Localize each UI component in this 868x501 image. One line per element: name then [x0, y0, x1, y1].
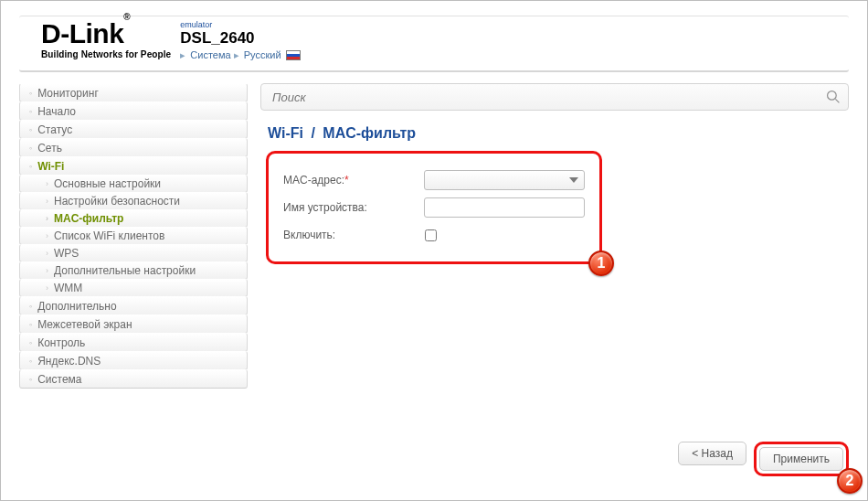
- header: D-Link® Building Networks for People emu…: [19, 16, 849, 72]
- device-block: emulator DSL_2640 ▸ Система ▸ Русский: [180, 18, 300, 61]
- sidebar-subitem-basic[interactable]: ›Основные настройки: [19, 175, 248, 193]
- sidebar-item-system[interactable]: ◦Система: [19, 369, 248, 389]
- page-title: Wi-Fi / MAC-фильтр: [268, 125, 849, 142]
- sidebar-item-label: Список WiFi клиентов: [54, 229, 164, 242]
- sidebar-item-control[interactable]: ◦Контроль: [19, 333, 248, 352]
- brand-tagline: Building Networks for People: [41, 49, 171, 59]
- mac-address-label: MAC-адрес:*: [283, 174, 424, 187]
- breadcrumb-language[interactable]: Русский: [244, 49, 281, 60]
- brand-logo: D-Link® Building Networks for People: [41, 18, 171, 59]
- page-title-page: MAC-фильтр: [323, 125, 416, 141]
- sidebar-item-monitoring[interactable]: ◦Мониторинг: [19, 83, 248, 102]
- sidebar-item-label: Начало: [37, 105, 76, 118]
- chevron-right-icon: ›: [46, 214, 48, 223]
- bullet-icon: ◦: [29, 338, 32, 347]
- chevron-right-icon: ›: [46, 266, 48, 275]
- sidebar-item-label: Межсетевой экран: [37, 318, 132, 331]
- chevron-right-icon: ▸: [234, 49, 239, 60]
- bullet-icon: ◦: [29, 89, 32, 98]
- sidebar-item-label: Статус: [37, 123, 72, 136]
- chevron-right-icon: ›: [46, 197, 48, 206]
- brand-name: D-Link®: [41, 18, 171, 49]
- sidebar-item-status[interactable]: ◦Статус: [19, 120, 248, 139]
- sidebar-subitem-wmm[interactable]: ›WMM: [19, 279, 248, 297]
- sidebar-item-start[interactable]: ◦Начало: [19, 101, 248, 121]
- bullet-icon: ◦: [29, 144, 32, 153]
- bullet-icon: ◦: [29, 107, 32, 116]
- bullet-icon: ◦: [29, 375, 32, 384]
- device-name-label: Имя устройства:: [283, 201, 424, 214]
- enable-label: Включить:: [283, 229, 425, 241]
- sidebar-item-label: Wi-Fi: [37, 160, 64, 173]
- annotation-callout-1: 1: [588, 250, 614, 276]
- device-model: DSL_2640: [180, 29, 300, 48]
- apply-button[interactable]: Применить: [759, 447, 843, 471]
- chevron-down-icon: [569, 177, 578, 183]
- sidebar-item-label: Сеть: [37, 142, 62, 155]
- search-input[interactable]: [272, 84, 820, 110]
- mac-address-select[interactable]: [424, 170, 585, 190]
- header-breadcrumb: ▸ Система ▸ Русский: [180, 49, 300, 61]
- apply-button-highlight: Применить 2: [754, 442, 849, 476]
- sidebar-item-label: Контроль: [37, 336, 85, 349]
- bullet-icon: ◦: [29, 302, 32, 311]
- chevron-right-icon: ▸: [180, 49, 185, 60]
- breadcrumb-system[interactable]: Система: [190, 49, 230, 60]
- annotation-callout-2: 2: [837, 468, 863, 494]
- chevron-right-icon: ›: [46, 249, 48, 258]
- sidebar-item-label: Яндекс.DNS: [37, 355, 101, 368]
- sidebar-item-label: Дополнительные настройки: [54, 264, 196, 277]
- sidebar-item-label: Система: [37, 373, 81, 386]
- back-button[interactable]: < Назад: [678, 442, 746, 465]
- sidebar-item-wifi[interactable]: ◦Wi-Fi: [19, 156, 248, 176]
- svg-line-1: [835, 99, 839, 102]
- bullet-icon: ◦: [29, 320, 32, 329]
- search-icon[interactable]: [826, 90, 841, 107]
- sidebar-nav: ◦Мониторинг ◦Начало ◦Статус ◦Сеть ◦Wi-Fi…: [19, 83, 248, 476]
- sidebar-item-label: WPS: [54, 247, 79, 260]
- chevron-right-icon: ›: [46, 283, 48, 293]
- page-title-separator: /: [307, 125, 318, 141]
- device-name-input[interactable]: [424, 197, 585, 218]
- flag-ru-icon: [286, 50, 301, 60]
- sidebar-item-label: WMM: [54, 282, 82, 294]
- enable-checkbox[interactable]: [425, 229, 437, 241]
- sidebar-item-advanced[interactable]: ◦Дополнительно: [19, 296, 248, 315]
- sidebar-subitem-clients[interactable]: ›Список WiFi клиентов: [19, 227, 248, 245]
- sidebar-item-label: Настройки безопасности: [54, 195, 180, 208]
- sidebar-item-network[interactable]: ◦Сеть: [19, 138, 248, 157]
- chevron-right-icon: ›: [46, 179, 48, 188]
- bullet-icon: ◦: [29, 357, 32, 366]
- page-title-section: Wi-Fi: [268, 125, 303, 141]
- sidebar-item-label: MAC-фильтр: [54, 212, 123, 225]
- sidebar-subitem-macfilter[interactable]: ›MAC-фильтр: [19, 209, 248, 228]
- search-bar: [260, 83, 849, 111]
- sidebar-item-yandexdns[interactable]: ◦Яндекс.DNS: [19, 351, 248, 370]
- sidebar-item-firewall[interactable]: ◦Межсетевой экран: [19, 314, 248, 334]
- main-content: Wi-Fi / MAC-фильтр MAC-адрес:* Имя устро…: [248, 83, 849, 476]
- svg-point-0: [828, 91, 837, 101]
- emulator-label: emulator: [180, 20, 300, 29]
- sidebar-item-label: Дополнительно: [37, 300, 116, 313]
- sidebar-subitem-security[interactable]: ›Настройки безопасности: [19, 192, 248, 210]
- mac-filter-form-highlight: MAC-адрес:* Имя устройства: Включить: 1: [266, 151, 602, 264]
- sidebar-subitem-advanced[interactable]: ›Дополнительные настройки: [19, 261, 248, 280]
- bullet-icon: ◦: [29, 125, 32, 134]
- chevron-right-icon: ›: [46, 231, 48, 240]
- sidebar-item-label: Основные настройки: [54, 177, 161, 190]
- footer-buttons: < Назад Применить 2: [678, 442, 849, 476]
- sidebar-item-label: Мониторинг: [37, 87, 99, 100]
- bullet-icon: ◦: [29, 162, 32, 171]
- sidebar-subitem-wps[interactable]: ›WPS: [19, 244, 248, 262]
